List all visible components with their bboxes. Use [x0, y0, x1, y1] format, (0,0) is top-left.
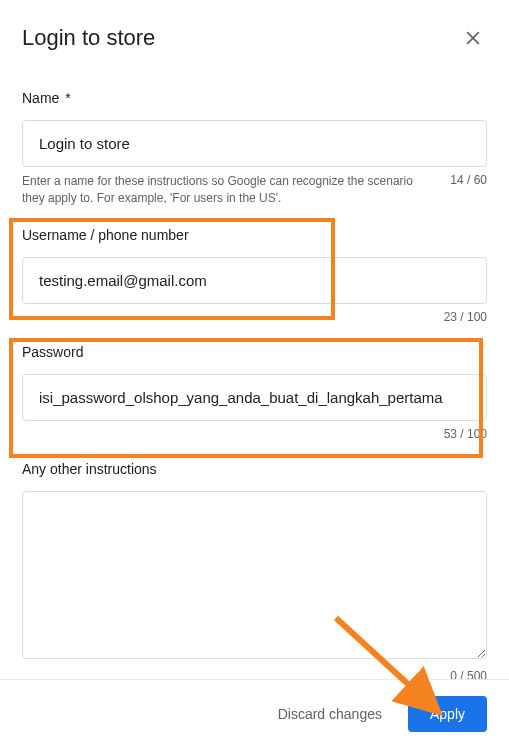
username-label: Username / phone number: [22, 227, 487, 243]
name-field-group: Name * Enter a name for these instructio…: [22, 90, 487, 207]
password-counter-row: 53 / 100: [22, 427, 487, 441]
discard-changes-button[interactable]: Discard changes: [264, 696, 396, 732]
modal-header: Login to store: [22, 24, 487, 52]
name-input[interactable]: [22, 120, 487, 167]
password-input[interactable]: [22, 374, 487, 421]
password-label: Password: [22, 344, 487, 360]
password-field-group: Password 53 / 100: [22, 344, 487, 441]
form-body: Name * Enter a name for these instructio…: [22, 90, 487, 679]
username-char-counter: 23 / 100: [444, 310, 487, 324]
other-label: Any other instructions: [22, 461, 487, 477]
other-char-counter: 0 / 500: [450, 669, 487, 679]
apply-button[interactable]: Apply: [408, 696, 487, 732]
username-field-group: Username / phone number 23 / 100: [22, 227, 487, 324]
name-helper-row: Enter a name for these instructions so G…: [22, 173, 487, 207]
other-field-group: Any other instructions 0 / 500: [22, 461, 487, 679]
required-marker: *: [65, 90, 70, 106]
name-label-text: Name: [22, 90, 59, 106]
password-char-counter: 53 / 100: [444, 427, 487, 441]
username-counter-row: 23 / 100: [22, 310, 487, 324]
name-helper-text: Enter a name for these instructions so G…: [22, 173, 438, 207]
close-button[interactable]: [459, 24, 487, 52]
username-input[interactable]: [22, 257, 487, 304]
name-char-counter: 14 / 60: [450, 173, 487, 187]
modal-footer: Discard changes Apply: [0, 679, 509, 748]
modal-title: Login to store: [22, 25, 155, 51]
other-counter-row: 0 / 500: [22, 669, 487, 679]
other-textarea[interactable]: [22, 491, 487, 659]
close-icon: [463, 28, 483, 48]
login-to-store-modal: Login to store Name * Enter a name for t…: [0, 0, 509, 748]
name-label: Name *: [22, 90, 487, 106]
